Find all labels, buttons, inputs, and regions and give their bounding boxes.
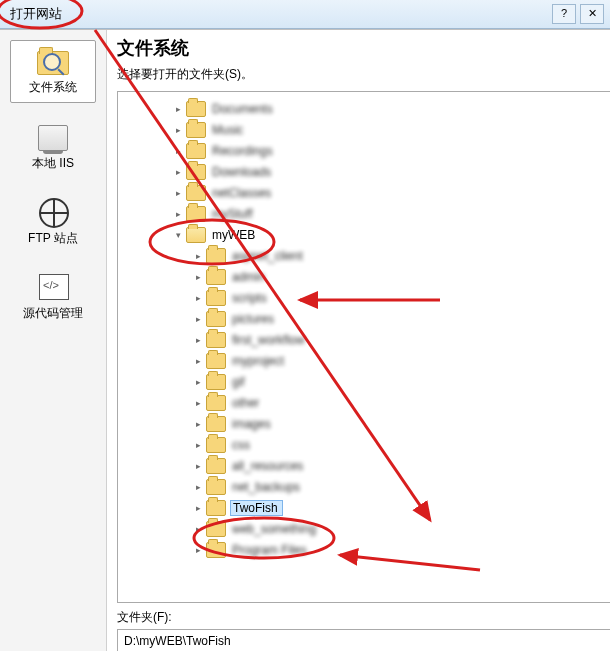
tree-node[interactable]: ▸gif: [172, 371, 610, 392]
source-control-icon: [37, 273, 69, 301]
sidebar-item-filesystem[interactable]: 文件系统: [10, 40, 96, 103]
tree-node-label: scripts: [230, 290, 269, 306]
tree-node-label: Downloads: [210, 164, 273, 180]
folder-icon: [186, 206, 206, 222]
expand-icon[interactable]: ▸: [172, 125, 184, 135]
expand-icon[interactable]: ▸: [192, 377, 204, 387]
help-button[interactable]: ?: [552, 4, 576, 24]
tree-node-label: net_backups: [230, 479, 302, 495]
sidebar-item-ftp[interactable]: FTP 站点: [11, 192, 95, 253]
collapse-icon[interactable]: ▾: [172, 230, 184, 240]
expand-icon[interactable]: ▸: [192, 398, 204, 408]
folder-icon: [206, 248, 226, 264]
tree-node[interactable]: ▸pictures: [172, 308, 610, 329]
close-button[interactable]: ✕: [580, 4, 604, 24]
expand-icon[interactable]: ▸: [192, 545, 204, 555]
sidebar-item-label: 本地 IIS: [13, 155, 93, 172]
folder-path-input[interactable]: D:\myWEB\TwoFish: [117, 629, 610, 651]
page-title: 文件系统: [117, 36, 610, 60]
tree-node[interactable]: ▸Downloads: [172, 161, 610, 182]
tree-node-label: myproject: [230, 353, 286, 369]
globe-icon: [37, 198, 69, 226]
tree-node[interactable]: ▸myproject: [172, 350, 610, 371]
tree-node-label: myWEB: [210, 227, 257, 243]
folder-icon: [186, 185, 206, 201]
folder-field-label: 文件夹(F):: [117, 609, 610, 626]
tree-node[interactable]: ▸scripts: [172, 287, 610, 308]
expand-icon[interactable]: ▸: [192, 524, 204, 534]
folder-icon: [206, 437, 226, 453]
tree-node-label: Documents: [210, 101, 275, 117]
folder-icon: [206, 374, 226, 390]
tree-node[interactable]: ▸admin: [172, 266, 610, 287]
expand-icon[interactable]: ▸: [172, 104, 184, 114]
tree-node-label: Recordings: [210, 143, 275, 159]
tree-node[interactable]: ▸web_something: [172, 518, 610, 539]
server-icon: [37, 123, 69, 151]
expand-icon[interactable]: ▸: [172, 188, 184, 198]
expand-icon[interactable]: ▸: [192, 419, 204, 429]
tree-node[interactable]: ▸Documents: [172, 98, 610, 119]
expand-icon[interactable]: ▸: [192, 314, 204, 324]
sidebar-item-local-iis[interactable]: 本地 IIS: [11, 117, 95, 178]
tree-node[interactable]: ▸all_resources: [172, 455, 610, 476]
folder-icon: [206, 542, 226, 558]
tree-node[interactable]: ▸first_workflow: [172, 329, 610, 350]
expand-icon[interactable]: ▸: [192, 482, 204, 492]
expand-icon[interactable]: ▸: [192, 251, 204, 261]
folder-icon: [206, 479, 226, 495]
tree-node-label: Program Files: [230, 542, 309, 558]
sidebar: 文件系统 本地 IIS FTP 站点 源代码管理: [0, 30, 107, 651]
folder-icon: [186, 227, 206, 243]
tree-node[interactable]: ▸netClasses: [172, 182, 610, 203]
expand-icon[interactable]: ▸: [172, 146, 184, 156]
main-pane: 文件系统 选择要打开的文件夹(S)。 ▸Documents▸Music▸Reco…: [107, 30, 610, 651]
window-titlebar: 打开网站 ? ✕: [0, 0, 610, 29]
tree-node-label: gif: [230, 374, 247, 390]
tree-node-label: aspnet_client: [230, 248, 305, 264]
tree-node[interactable]: ▸css: [172, 434, 610, 455]
tree-node-label: myStuff: [210, 206, 254, 222]
expand-icon[interactable]: ▸: [192, 461, 204, 471]
sidebar-item-source-control[interactable]: 源代码管理: [11, 267, 95, 328]
expand-icon[interactable]: ▸: [192, 356, 204, 366]
folder-icon: [206, 521, 226, 537]
expand-icon[interactable]: ▸: [192, 293, 204, 303]
window-title: 打开网站: [10, 5, 62, 23]
page-subtitle: 选择要打开的文件夹(S)。: [117, 66, 610, 83]
tree-node-label: images: [230, 416, 273, 432]
tree-node[interactable]: ▸aspnet_client: [172, 245, 610, 266]
sidebar-item-label: 文件系统: [13, 79, 93, 96]
folder-icon: [206, 395, 226, 411]
tree-node[interactable]: ▸myStuff: [172, 203, 610, 224]
expand-icon[interactable]: ▸: [172, 167, 184, 177]
tree-node-twofish[interactable]: ▸TwoFish: [172, 497, 610, 518]
expand-icon[interactable]: ▸: [192, 503, 204, 513]
tree-node-label: all_resources: [230, 458, 305, 474]
tree-node[interactable]: ▸net_backups: [172, 476, 610, 497]
folder-icon: [186, 143, 206, 159]
folder-path-section: 文件夹(F): D:\myWEB\TwoFish: [117, 603, 610, 651]
expand-icon[interactable]: ▸: [172, 209, 184, 219]
tree-node[interactable]: ▸Program Files: [172, 539, 610, 560]
folder-icon: [206, 332, 226, 348]
expand-icon[interactable]: ▸: [192, 440, 204, 450]
folder-icon: [206, 290, 226, 306]
tree-node[interactable]: ▸Music: [172, 119, 610, 140]
tree-node-label: TwoFish: [230, 500, 283, 516]
folder-icon: [186, 122, 206, 138]
expand-icon[interactable]: ▸: [192, 272, 204, 282]
expand-icon[interactable]: ▸: [192, 335, 204, 345]
tree-node-label: pictures: [230, 311, 276, 327]
tree-node-myweb[interactable]: ▾myWEB: [172, 224, 610, 245]
folder-icon: [206, 353, 226, 369]
tree-node[interactable]: ▸other: [172, 392, 610, 413]
tree-node[interactable]: ▸Recordings: [172, 140, 610, 161]
folder-tree-pane[interactable]: ▸Documents▸Music▸Recordings▸Downloads▸ne…: [117, 91, 610, 603]
sidebar-item-label: FTP 站点: [13, 230, 93, 247]
sidebar-item-label: 源代码管理: [13, 305, 93, 322]
folder-icon: [186, 101, 206, 117]
folder-icon: [186, 164, 206, 180]
tree-node[interactable]: ▸images: [172, 413, 610, 434]
folder-icon: [206, 416, 226, 432]
